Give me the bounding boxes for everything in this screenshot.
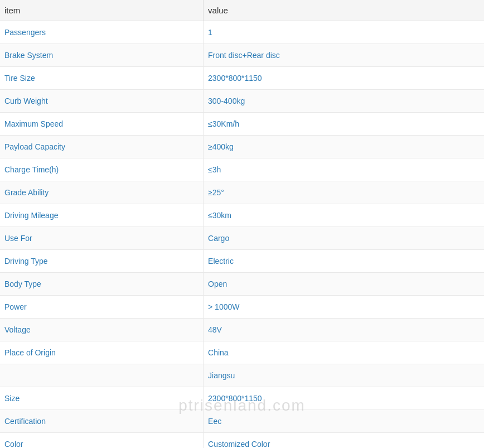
table-row: Body TypeOpen [0,273,484,296]
table-row: Voltage48V [0,319,484,341]
row-value: Open [204,273,484,296]
table-row: Payload Capacity≥400kg [0,136,484,158]
row-item: Place of Origin [0,341,204,364]
row-item: Body Type [0,273,204,296]
row-item [0,364,204,387]
row-item: Driving Type [0,250,204,273]
row-item: Payload Capacity [0,136,204,158]
row-item: Grade Ability [0,181,204,204]
row-item: Color [0,433,204,449]
table-row: Driving TypeElectric [0,250,484,273]
row-value: ≤30km [204,204,484,227]
row-item: Voltage [0,319,204,341]
row-item: Use For [0,227,204,250]
row-item: Certification [0,410,204,433]
row-value: 2300*800*1150 [204,67,484,90]
row-value: China [204,341,484,364]
table-row: Grade Ability≥25° [0,181,484,204]
table-row: Brake SystemFront disc+Rear disc [0,44,484,67]
row-value: 1 [204,21,484,44]
table-row: Charge Time(h)≤3h [0,158,484,181]
row-value: 48V [204,319,484,341]
row-value: Customized Color [204,433,484,449]
table-row: Place of OriginChina [0,341,484,364]
row-item: Tire Size [0,67,204,90]
row-value: Electric [204,250,484,273]
table-row: Curb Weight300-400kg [0,90,484,113]
row-value: ≥400kg [204,136,484,158]
row-item: Brake System [0,44,204,67]
row-value: Eec [204,410,484,433]
row-value: 2300*800*1150 [204,387,484,410]
row-value: > 1000W [204,296,484,319]
row-value: 300-400kg [204,90,484,113]
header-item: item [0,0,204,21]
table-header-row: item value [0,0,484,21]
table-row: Power> 1000W [0,296,484,319]
table-row: ColorCustomized Color [0,433,484,449]
row-item: Curb Weight [0,90,204,113]
table-row: Jiangsu [0,364,484,387]
table-row: Size2300*800*1150 [0,387,484,410]
table-row: CertificationEec [0,410,484,433]
row-item: Charge Time(h) [0,158,204,181]
row-item: Passengers [0,21,204,44]
row-value: Jiangsu [204,364,484,387]
row-item: Power [0,296,204,319]
table-row: Use ForCargo [0,227,484,250]
row-item: Size [0,387,204,410]
spec-table: item value Passengers1Brake SystemFront … [0,0,484,448]
row-value: ≤30Km/h [204,113,484,136]
table-row: Maximum Speed≤30Km/h [0,113,484,136]
table-row: Passengers1 [0,21,484,44]
row-value: Cargo [204,227,484,250]
header-value: value [204,0,484,21]
row-item: Maximum Speed [0,113,204,136]
row-item: Driving Mileage [0,204,204,227]
row-value: ≤3h [204,158,484,181]
row-value: Front disc+Rear disc [204,44,484,67]
table-row: Tire Size2300*800*1150 [0,67,484,90]
table-row: Driving Mileage≤30km [0,204,484,227]
row-value: ≥25° [204,181,484,204]
